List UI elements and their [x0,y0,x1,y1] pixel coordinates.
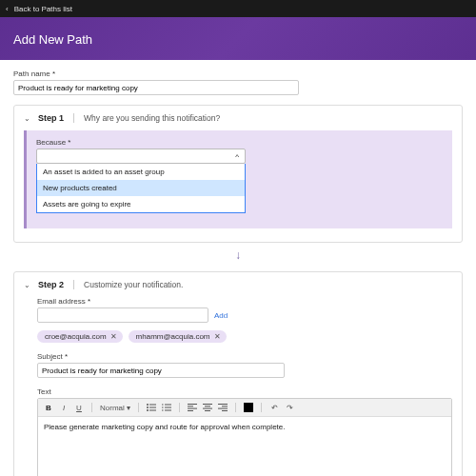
list-ul-icon[interactable] [147,402,156,413]
svg-rect-13 [188,406,193,407]
svg-rect-20 [218,404,228,405]
align-left-icon[interactable] [188,402,197,413]
email-chip-label: croe@acquia.com [45,332,107,341]
color-picker-icon[interactable] [244,402,253,413]
topbar: ‹ Back to Paths list [0,0,476,17]
underline-button[interactable]: U [74,402,84,413]
because-dropdown: An asset is added to an asset group New … [36,164,246,213]
close-icon[interactable]: ✕ [214,332,221,341]
email-chip-label: mhamm@acquia.com [136,332,210,341]
svg-rect-5 [149,410,156,411]
svg-rect-21 [222,406,228,407]
svg-rect-18 [203,408,212,409]
svg-rect-17 [205,406,210,407]
step2-title: Step 2 [38,280,64,289]
italic-button[interactable]: I [59,402,69,413]
path-name-input[interactable] [13,80,299,95]
align-center-icon[interactable] [203,402,212,413]
path-name-label: Path name [13,69,463,78]
rich-text-editor: B I U Normal ▾ [37,398,452,476]
svg-rect-3 [149,407,156,408]
email-chip: croe@acquia.com ✕ [37,330,123,343]
list-ol-icon[interactable] [162,402,171,413]
undo-icon[interactable]: ↶ [269,402,279,413]
because-label: Because [36,138,443,147]
back-link[interactable]: Back to Paths list [14,5,72,13]
chevron-up-icon: ^ [235,152,239,161]
format-select[interactable]: Normal ▾ [100,404,130,412]
chevron-down-icon[interactable]: ⌄ [24,114,30,123]
because-section: Because ^ An asset is added to an asset … [24,130,452,228]
step1-title: Step 1 [38,113,64,123]
svg-rect-19 [205,410,210,411]
svg-rect-8 [162,407,164,408]
align-right-icon[interactable] [218,402,228,413]
chevron-down-icon[interactable]: ⌄ [24,281,30,289]
email-label: Email address [37,297,452,306]
svg-rect-6 [162,405,164,406]
svg-rect-23 [222,410,228,411]
bold-button[interactable]: B [44,402,53,413]
svg-point-2 [147,407,149,408]
because-option-0[interactable]: An asset is added to an asset group [37,164,245,180]
page-title: Add New Path [13,32,463,47]
step-divider-1: ↓ [13,248,463,262]
svg-rect-15 [188,410,193,411]
close-icon[interactable]: ✕ [110,332,117,341]
svg-rect-1 [149,405,156,406]
email-input[interactable] [37,307,208,323]
step1-card: ⌄ Step 1 Why are you sending this notifi… [13,105,463,243]
subject-input[interactable] [37,363,285,378]
chevron-left-icon[interactable]: ‹ [6,5,9,13]
svg-rect-7 [165,405,171,406]
page-body: Path name ⌄ Step 1 Why are you sending t… [0,60,476,476]
text-label: Text [37,387,452,396]
svg-point-4 [147,409,149,411]
svg-rect-14 [188,408,197,409]
svg-rect-10 [162,410,164,411]
step1-subtitle: Why are you sending this notification? [84,113,220,123]
svg-rect-16 [203,404,212,405]
because-option-2[interactable]: Assets are going to expire [37,196,245,212]
svg-point-0 [147,404,149,406]
step2-card: ⌄ Step 2 Customize your notification. Em… [13,271,463,476]
email-chip-list: croe@acquia.com ✕ mhamm@acquia.com ✕ [37,330,452,343]
svg-rect-9 [165,407,171,408]
subject-label: Subject [37,352,452,361]
step2-subtitle: Customize your notification. [84,280,183,289]
email-chip: mhamm@acquia.com ✕ [129,330,227,343]
because-option-1[interactable]: New products created [37,180,245,196]
editor-body[interactable]: Please generate marketing copy and route… [38,417,451,476]
add-email-button[interactable]: Add [214,311,228,320]
redo-icon[interactable]: ↷ [285,402,294,413]
svg-rect-22 [218,408,228,409]
because-select[interactable]: ^ [36,149,246,164]
svg-rect-12 [188,404,197,405]
editor-toolbar: B I U Normal ▾ [38,399,451,417]
svg-rect-11 [165,410,171,411]
page-header: Add New Path [0,17,476,60]
